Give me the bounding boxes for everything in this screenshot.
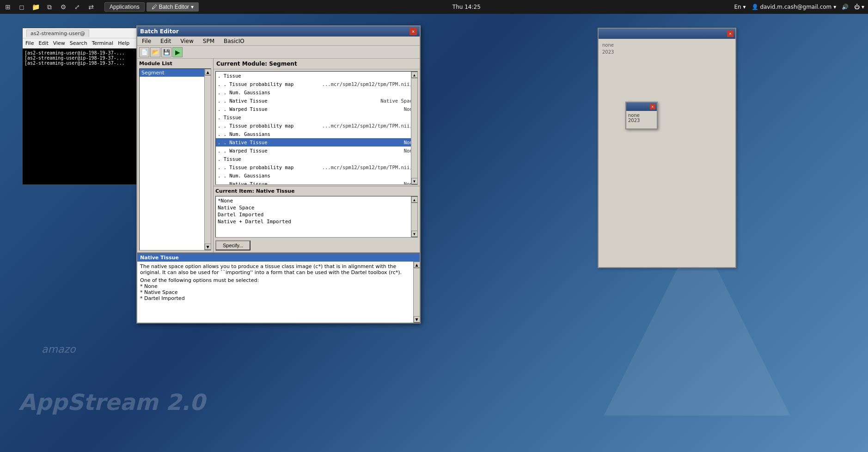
terminal-line-3: [as2-streaming-user@ip-198-19-37-... — [24, 61, 149, 66]
module-list-panel: Module List Segment ▲ ▼ — [137, 59, 214, 252]
params-row: . . Num. Gaussians 2 — [216, 171, 417, 180]
option-none[interactable]: *None — [218, 197, 416, 204]
close-icon: × — [412, 29, 415, 34]
help-scrollbar[interactable]: ▲ ▼ — [413, 262, 420, 323]
file-menu[interactable]: File — [25, 40, 34, 46]
small-close-button[interactable]: × — [650, 104, 655, 110]
current-item-list[interactable]: *None Native Space Dartel Imported Nativ… — [215, 196, 418, 238]
scroll-down[interactable]: ▼ — [205, 244, 211, 250]
params-row: . . Num. Gaussians 4 — [216, 130, 417, 138]
edit-menu-item[interactable]: Edit — [158, 37, 174, 45]
scroll-up[interactable]: ▲ — [205, 69, 211, 75]
terminal-line-1: [as2-streaming-user@ip-198-19-37-... — [24, 50, 149, 55]
batch-editor-toolbar: 📄 📂 💾 ▶ — [137, 46, 420, 59]
params-row-native-tissue-selected[interactable]: . . Native Tissue None — [216, 138, 417, 147]
module-item-segment[interactable]: Segment — [140, 69, 211, 77]
edit-menu[interactable]: Edit — [38, 40, 48, 46]
dialog-top-section: Module List Segment ▲ ▼ Current Module: … — [137, 59, 420, 253]
help-content: The native space option allows you to pr… — [137, 262, 420, 323]
batch-editor-dialog-title: Batch Editor — [140, 28, 179, 35]
view-menu-item[interactable]: View — [177, 37, 196, 45]
module-list-box[interactable]: Segment ▲ ▼ — [139, 68, 211, 250]
help-section: Native Tissue The native space option al… — [137, 253, 420, 323]
power-icon[interactable]: ⏻ ▾ — [854, 4, 864, 10]
taskbar-time: Thu 14:25 — [452, 4, 481, 10]
small-dialog: × none 2023 — [625, 102, 658, 129]
module-list-scrollbar[interactable]: ▲ ▼ — [204, 69, 211, 250]
basicio-menu-item[interactable]: BasicIO — [221, 37, 247, 45]
params-scroll-up[interactable]: ▲ — [411, 72, 418, 78]
option-native-dartel[interactable]: Native + Dartel Imported — [218, 218, 416, 225]
amazon-text: amazo — [42, 343, 75, 355]
file-menu-item[interactable]: File — [139, 37, 154, 45]
run-button[interactable]: ▶ — [172, 47, 183, 57]
open-button[interactable]: 📂 — [150, 47, 160, 57]
small-dialog-content: none 2023 — [626, 111, 657, 125]
user-account[interactable]: 👤 david.m.cash@gmail.com ▾ — [752, 4, 837, 10]
terminal-line-2: [as2-streaming-user@ip-198-19-37-... — [24, 55, 149, 61]
batch-editor-arrow: ▾ — [191, 4, 194, 10]
batch-editor-button[interactable]: 🖊 Batch Editor ▾ — [147, 2, 199, 12]
params-list-box[interactable]: . Tissue . . Tissue probability map ...m… — [215, 71, 418, 185]
params-scrollbar[interactable]: ▲ ▼ — [411, 72, 417, 184]
settings-icon[interactable]: ⚙ — [59, 3, 67, 11]
taskbar: ⊞ ◻ 📁 ⧉ ⚙ ⤢ ⇄ Applications 🖊 Batch Edito… — [0, 0, 868, 14]
batch-editor-icon: 🖊 — [152, 4, 157, 10]
arrow-icon[interactable]: ⇄ — [87, 3, 95, 11]
spm-menu-item[interactable]: SPM — [200, 37, 217, 45]
batch-editor-menubar: File Edit View SPM BasicIO — [137, 37, 420, 46]
batch-editor-label: Batch Editor — [159, 4, 189, 10]
help-scroll-up[interactable]: ▲ — [414, 262, 420, 268]
help-scroll-down[interactable]: ▼ — [414, 316, 420, 323]
specify-button[interactable]: Specify... — [215, 240, 251, 250]
second-dialog: × none 2023 — [598, 28, 736, 268]
params-row: . . Warped Tissue None — [216, 105, 417, 113]
current-module-title: Current Module: Segment — [214, 59, 420, 69]
batch-editor-close-button[interactable]: × — [410, 28, 417, 35]
help-title: Native Tissue — [137, 254, 420, 262]
ci-scroll-up[interactable]: ▲ — [411, 196, 418, 203]
appstream-title: AppStream 2.0 — [18, 389, 205, 415]
params-panel: Current Module: Segment . Tissue . . Tis… — [214, 59, 420, 252]
applications-button[interactable]: Applications — [104, 2, 145, 12]
option-native-space[interactable]: Native Space — [218, 204, 416, 211]
search-menu[interactable]: Search — [70, 40, 87, 46]
window-icon[interactable]: ◻ — [18, 3, 26, 11]
second-dialog-close[interactable]: × — [727, 31, 734, 37]
ci-scroll-down[interactable]: ▼ — [411, 231, 418, 237]
lang-selector[interactable]: En ▾ — [734, 4, 746, 10]
current-item-title: Current Item: Native Tissue — [215, 188, 418, 194]
params-row: . . Native Tissue None — [216, 180, 417, 185]
params-scroll-down[interactable]: ▼ — [411, 178, 418, 184]
help-menu[interactable]: Help — [118, 40, 129, 46]
terminal-menu-item[interactable]: Terminal — [92, 40, 114, 46]
view-menu[interactable]: View — [53, 40, 65, 46]
params-row: . . Tissue probability map ...mcr/spm12/… — [216, 122, 417, 130]
terminal-menu: File Edit View Search Terminal Help — [23, 38, 151, 49]
params-row: . . Tissue probability map ...mcr/spm12/… — [216, 80, 417, 88]
user-email: david.m.cash@gmail.com — [760, 4, 831, 10]
applications-label: Applications — [110, 4, 140, 10]
expand-icon[interactable]: ⤢ — [73, 3, 81, 11]
params-row: . Tissue — [216, 72, 417, 80]
option-dartel[interactable]: Dartel Imported — [218, 211, 416, 218]
taskbar-apps: Applications 🖊 Batch Editor ▾ — [104, 2, 199, 12]
params-row: . . Native Tissue Native Space — [216, 97, 417, 105]
grid-icon[interactable]: ⊞ — [4, 3, 12, 11]
save-button[interactable]: 💾 — [161, 47, 171, 57]
small-dialog-titlebar: × — [626, 103, 657, 111]
folder-icon[interactable]: 📁 — [31, 3, 40, 11]
terminal-tab[interactable]: as2-streaming-user@ — [26, 30, 89, 37]
taskbar-right: En ▾ 👤 david.m.cash@gmail.com ▾ 🔊 ⏻ ▾ — [734, 4, 868, 10]
module-list-title: Module List — [139, 61, 211, 67]
second-dialog-line1: none — [602, 43, 732, 48]
second-dialog-titlebar: × — [599, 29, 735, 39]
user-icon: 👤 — [752, 4, 758, 10]
small-close-icon: × — [651, 104, 654, 109]
terminal-window: as2-streaming-user@ File Edit View Searc… — [22, 28, 152, 185]
copy-icon[interactable]: ⧉ — [45, 3, 54, 11]
current-item-scrollbar[interactable]: ▲ ▼ — [411, 196, 417, 237]
new-button[interactable]: 📄 — [139, 47, 149, 57]
volume-icon[interactable]: 🔊 — [842, 4, 849, 10]
batch-editor-titlebar: Batch Editor × — [137, 26, 420, 37]
